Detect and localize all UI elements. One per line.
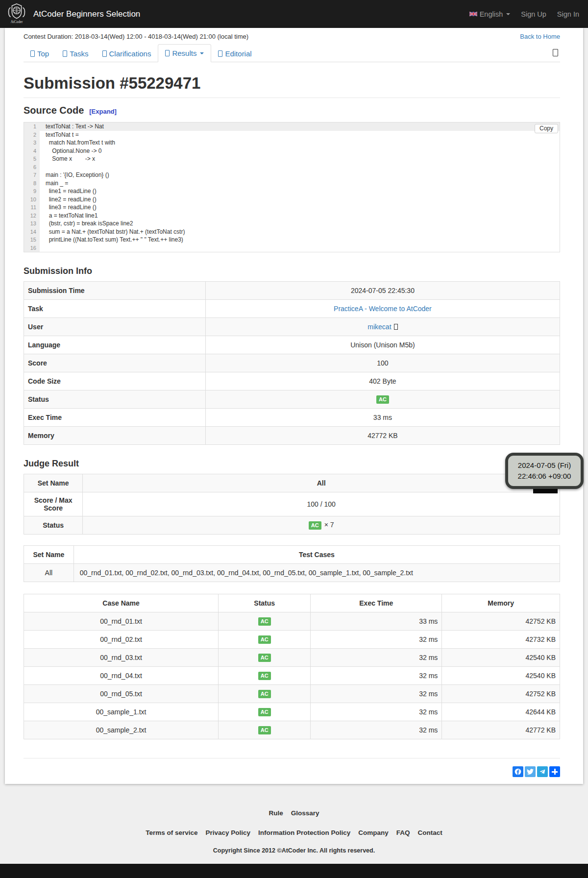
code-text: (bstr, cstr) = break isSpace line2 bbox=[40, 220, 560, 228]
info-label-user: User bbox=[24, 318, 206, 336]
line-number: 13 bbox=[24, 220, 40, 228]
tab-results[interactable]: Results bbox=[158, 44, 211, 62]
info-value-score: 100 bbox=[205, 354, 560, 372]
info-value-user: mikecat bbox=[205, 318, 560, 336]
status-badge: AC bbox=[258, 654, 271, 662]
line-number: 5 bbox=[24, 155, 40, 163]
sign-up-link[interactable]: Sign Up bbox=[521, 10, 546, 18]
expand-link[interactable]: [Expand] bbox=[89, 108, 117, 115]
tab-glyph-icon bbox=[63, 50, 67, 57]
status-badge: AC bbox=[258, 617, 271, 626]
user-link[interactable]: mikecat bbox=[368, 323, 391, 331]
sign-in-link[interactable]: Sign In bbox=[557, 10, 579, 18]
case-name: 00_rnd_02.txt bbox=[24, 631, 219, 649]
case-status: AC bbox=[219, 703, 311, 721]
case-memory: 42540 KB bbox=[442, 649, 560, 667]
tab-editorial[interactable]: Editorial bbox=[211, 45, 258, 62]
code-line: 15 printLine ((Nat.toText sum) Text.++ "… bbox=[24, 236, 560, 244]
tooltip-time: 22:46:06 +09:00 bbox=[518, 471, 571, 482]
code-text: textToNat : Text -> Nat bbox=[40, 122, 560, 131]
info-row-exec-time: Exec Time33 ms bbox=[24, 409, 560, 427]
line-number: 6 bbox=[24, 163, 40, 171]
case-exec-time: 33 ms bbox=[311, 612, 442, 631]
case-exec-time: 32 ms bbox=[311, 649, 442, 667]
footer-link-privacy-policy[interactable]: Privacy Policy bbox=[205, 829, 250, 836]
status-badge: AC bbox=[258, 708, 271, 716]
language-label: English bbox=[480, 10, 503, 18]
judge-result-heading: Judge Result bbox=[24, 459, 560, 469]
case-exec-time: 32 ms bbox=[311, 685, 442, 703]
case-row: 00_rnd_03.txtAC32 ms42540 KB bbox=[24, 649, 560, 667]
footer-link-information-protection-policy[interactable]: Information Protection Policy bbox=[258, 829, 350, 836]
info-label-language: Language bbox=[24, 336, 206, 354]
info-label-status: Status bbox=[24, 390, 206, 409]
code-line: 1textToNat : Text -> Nat bbox=[24, 122, 560, 131]
case-status: AC bbox=[219, 685, 311, 703]
test-sets-table: Set Name Test Cases All00_rnd_01.txt, 00… bbox=[24, 545, 560, 582]
info-row-submission-time: Submission Time2024-07-05 22:45:30 bbox=[24, 282, 560, 300]
tab-glyph-icon bbox=[165, 50, 170, 56]
brand[interactable]: AtCoder AtCoder Beginners Selection bbox=[6, 2, 140, 26]
info-value-task: PracticeA - Welcome to AtCoder bbox=[205, 300, 560, 318]
table-header-row: Case NameStatusExec TimeMemory bbox=[24, 594, 560, 612]
bottom-bar bbox=[0, 864, 588, 878]
info-row-user: Usermikecat bbox=[24, 318, 560, 336]
twitter-share-icon[interactable] bbox=[525, 766, 536, 777]
info-row-status: StatusAC bbox=[24, 390, 560, 409]
footer-link-contact[interactable]: Contact bbox=[418, 829, 442, 836]
back-to-home-link[interactable]: Back to Home bbox=[520, 33, 560, 40]
footer-link-faq[interactable]: FAQ bbox=[396, 829, 410, 836]
footer-link-glossary[interactable]: Glossary bbox=[291, 809, 319, 817]
code-text: Some x -> x bbox=[40, 155, 560, 163]
code-line: 12 a = textToNat line1 bbox=[24, 212, 560, 220]
tab-glyph-icon bbox=[30, 50, 35, 57]
case-name: 00_rnd_01.txt bbox=[24, 612, 219, 631]
copy-button[interactable]: Copy bbox=[535, 124, 558, 133]
footer-link-terms-of-service[interactable]: Terms of service bbox=[146, 829, 197, 836]
line-number: 2 bbox=[24, 131, 40, 139]
info-value-submission-time: 2024-07-05 22:45:30 bbox=[205, 282, 560, 300]
chevron-down-icon bbox=[506, 13, 510, 15]
tab-tasks[interactable]: Tasks bbox=[56, 45, 95, 62]
code-line: 3 match Nat.fromText t with bbox=[24, 139, 560, 147]
info-value-code-size: 402 Byte bbox=[205, 372, 560, 390]
tab-bar-extra-glyph-icon[interactable] bbox=[551, 45, 560, 62]
code-line: 11 line3 = readLine () bbox=[24, 203, 560, 212]
info-label-memory: Memory bbox=[24, 427, 206, 445]
case-name: 00_sample_2.txt bbox=[24, 721, 219, 739]
info-label-exec-time: Exec Time bbox=[24, 409, 206, 427]
code-text: a = textToNat line1 bbox=[40, 212, 560, 220]
line-number: 16 bbox=[24, 244, 40, 252]
case-name: 00_rnd_03.txt bbox=[24, 649, 219, 667]
line-number: 7 bbox=[24, 171, 40, 179]
case-memory: 42540 KB bbox=[442, 667, 560, 685]
chevron-down-icon bbox=[200, 52, 204, 54]
line-number: 4 bbox=[24, 147, 40, 155]
line-number: 11 bbox=[24, 203, 40, 212]
code-text: textToNat t = bbox=[40, 131, 560, 139]
share-plus-icon[interactable] bbox=[549, 766, 560, 777]
code-line: 8main _ = bbox=[24, 179, 560, 188]
language-selector[interactable]: English bbox=[469, 10, 511, 18]
table-row: All00_rnd_01.txt, 00_rnd_02.txt, 00_rnd_… bbox=[24, 564, 560, 582]
footer-link-rule[interactable]: Rule bbox=[269, 809, 283, 817]
footer-links-row1: RuleGlossary bbox=[0, 809, 588, 817]
datetime-tooltip: 2024-07-05 (Fri) 22:46:06 +09:00 bbox=[505, 453, 584, 489]
line-number: 10 bbox=[24, 195, 40, 204]
code-text bbox=[40, 244, 560, 252]
case-row: 00_rnd_04.txtAC32 ms42540 KB bbox=[24, 667, 560, 685]
info-value-exec-time: 33 ms bbox=[205, 409, 560, 427]
line-number: 15 bbox=[24, 236, 40, 244]
tab-top[interactable]: Top bbox=[24, 45, 56, 62]
footer-link-company[interactable]: Company bbox=[358, 829, 389, 836]
line-number: 1 bbox=[24, 122, 40, 131]
status-label: Status bbox=[24, 516, 83, 535]
facebook-share-icon[interactable] bbox=[513, 766, 523, 777]
case-memory: 42772 KB bbox=[442, 721, 560, 739]
case-row: 00_rnd_01.txtAC33 ms42752 KB bbox=[24, 612, 560, 631]
code-text: main _ = bbox=[40, 179, 560, 188]
task-link[interactable]: PracticeA - Welcome to AtCoder bbox=[334, 305, 432, 313]
telegram-share-icon[interactable] bbox=[537, 766, 548, 777]
info-row-score: Score100 bbox=[24, 354, 560, 372]
tab-clarifications[interactable]: Clarifications bbox=[96, 45, 158, 62]
